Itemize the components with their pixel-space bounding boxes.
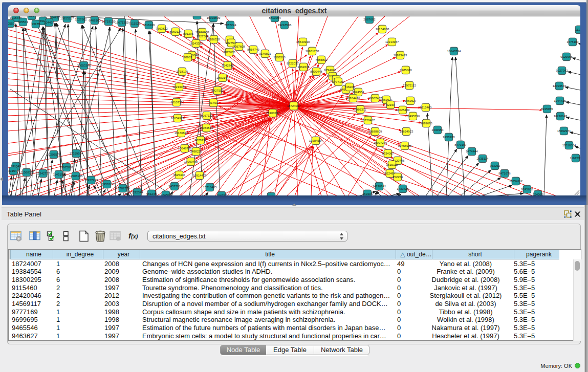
svg-text:17957223: 17957223 [84, 179, 98, 182]
svg-text:9327506: 9327506 [197, 35, 209, 38]
svg-text:7357224: 7357224 [224, 24, 236, 27]
svg-text:19384554: 19384554 [309, 139, 323, 142]
svg-text:1575107: 1575107 [567, 40, 579, 43]
svg-text:746206: 746206 [344, 85, 355, 89]
svg-text:836: 836 [29, 16, 35, 17]
svg-text:9457791: 9457791 [168, 185, 181, 188]
svg-text:19975867: 19975867 [60, 166, 74, 169]
svg-text:1145194: 1145194 [53, 173, 66, 176]
svg-text:18640910: 18640910 [296, 40, 310, 43]
svg-text:763262: 763262 [490, 164, 500, 167]
svg-text:9146821: 9146821 [259, 52, 271, 55]
svg-text:12213389: 12213389 [172, 85, 186, 89]
svg-text:29053346: 29053346 [77, 64, 91, 67]
svg-text:9334067: 9334067 [382, 152, 394, 155]
svg-text:9245652: 9245652 [521, 188, 533, 191]
svg-text:98963: 98963 [184, 56, 192, 59]
svg-text:9129966: 9129966 [560, 55, 573, 58]
svg-text:8990448: 8990448 [310, 70, 322, 73]
svg-text:17359924: 17359924 [70, 152, 83, 155]
svg-text:12093572: 12093572 [553, 84, 567, 87]
svg-text:7515526: 7515526 [128, 22, 141, 25]
svg-text:8878332: 8878332 [194, 139, 207, 142]
svg-text:7485063: 7485063 [400, 69, 412, 72]
svg-text:20206576: 20206576 [47, 153, 61, 156]
svg-text:10973493: 10973493 [394, 54, 407, 57]
svg-text:19166822: 19166822 [175, 132, 188, 135]
svg-text:16961758: 16961758 [306, 50, 319, 53]
svg-text:2367608: 2367608 [233, 45, 245, 48]
svg-text:8427552: 8427552 [211, 89, 224, 92]
svg-text:16154808: 16154808 [376, 28, 389, 31]
svg-text:331544: 331544 [8, 169, 19, 172]
svg-text:160338: 160338 [192, 16, 203, 17]
svg-text:924565: 924565 [533, 193, 543, 195]
svg-text:14099488: 14099488 [184, 160, 198, 163]
svg-text:18495796: 18495796 [406, 115, 420, 118]
svg-text:891295: 891295 [183, 32, 194, 35]
svg-text:14136141: 14136141 [373, 185, 386, 188]
svg-text:10654112: 10654112 [509, 180, 523, 183]
svg-text:19218506: 19218506 [278, 24, 292, 27]
svg-text:12975115: 12975115 [403, 84, 417, 87]
svg-text:16210643: 16210643 [554, 115, 568, 118]
svg-text:8813054: 8813054 [269, 16, 281, 19]
svg-text:7516326: 7516326 [143, 24, 155, 27]
svg-text:8471676: 8471676 [498, 172, 511, 175]
svg-text:8215955: 8215955 [541, 107, 553, 111]
svg-text:17016504: 17016504 [562, 144, 576, 147]
svg-text:20364436: 20364436 [346, 97, 360, 100]
svg-text:16033809: 16033809 [207, 16, 221, 19]
svg-text:9474444: 9474444 [466, 150, 478, 153]
svg-text:10688609: 10688609 [368, 130, 382, 133]
svg-text:20553: 20553 [8, 22, 15, 25]
svg-text:8267110: 8267110 [201, 114, 213, 117]
svg-text:252254: 252254 [393, 176, 403, 179]
svg-text:10914479: 10914479 [193, 174, 207, 177]
svg-text:1292344: 1292344 [131, 191, 143, 194]
svg-text:15716485: 15716485 [203, 186, 217, 189]
svg-text:104437: 104437 [44, 21, 55, 24]
svg-text:2935114: 2935114 [477, 157, 489, 160]
svg-text:872465: 872465 [266, 195, 277, 195]
svg-text:13353594: 13353594 [200, 126, 213, 129]
svg-text:9242848: 9242848 [222, 64, 234, 67]
svg-text:16671355: 16671355 [115, 21, 129, 24]
svg-text:8322037: 8322037 [287, 62, 299, 65]
svg-text:10958107: 10958107 [100, 183, 114, 186]
svg-text:2718176: 2718176 [176, 70, 188, 73]
svg-text:1167533: 1167533 [570, 157, 580, 160]
svg-text:1156819: 1156819 [21, 171, 33, 174]
svg-text:62160: 62160 [386, 103, 395, 106]
svg-text:7625402: 7625402 [173, 173, 185, 177]
svg-text:9338923: 9338923 [443, 136, 455, 139]
svg-text:8479197: 8479197 [454, 143, 467, 146]
svg-text:10025433: 10025433 [396, 108, 410, 112]
svg-text:9699695: 9699695 [420, 122, 432, 125]
svg-text:1810755: 1810755 [170, 101, 183, 104]
svg-text:1615112: 1615112 [386, 163, 399, 166]
svg-text:3624554: 3624554 [352, 91, 364, 94]
svg-text:16543382: 16543382 [189, 42, 203, 45]
svg-text:10853257: 10853257 [60, 17, 74, 20]
svg-text:9115460: 9115460 [420, 106, 432, 109]
svg-text:1733426: 1733426 [397, 187, 409, 190]
svg-text:15720407: 15720407 [361, 119, 375, 122]
svg-text:19654923: 19654923 [400, 130, 413, 133]
svg-text:15692971: 15692971 [557, 129, 571, 133]
svg-text:16782759: 16782759 [116, 187, 130, 190]
svg-text:7986372: 7986372 [354, 108, 366, 111]
svg-text:12342737: 12342737 [36, 172, 50, 175]
svg-text:6466160: 6466160 [89, 19, 101, 22]
svg-text:18907249: 18907249 [374, 141, 387, 144]
svg-text:2087682: 2087682 [363, 18, 376, 21]
svg-text:163305: 163305 [362, 192, 373, 195]
svg-text:18724007: 18724007 [287, 104, 301, 107]
svg-text:9463627: 9463627 [404, 99, 417, 102]
svg-text:6794028: 6794028 [324, 69, 336, 72]
svg-text:19756928: 19756928 [398, 144, 412, 147]
svg-text:25300233: 25300233 [266, 112, 280, 115]
svg-text:2803144: 2803144 [216, 76, 229, 79]
svg-text:12505135: 12505135 [69, 174, 83, 178]
svg-text:1588520: 1588520 [273, 56, 286, 59]
